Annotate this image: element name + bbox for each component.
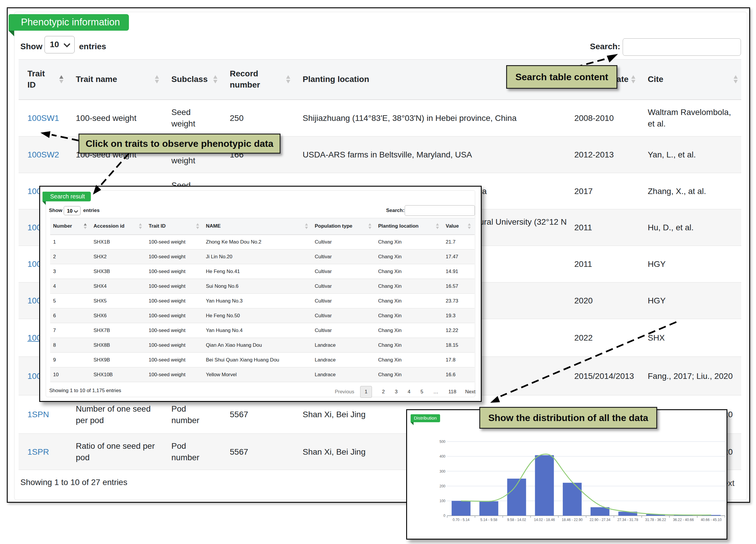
svg-text:100: 100 xyxy=(440,499,445,503)
svg-text:31.78 - 36.22: 31.78 - 36.22 xyxy=(645,518,666,522)
svg-text:5.14 - 9.58: 5.14 - 9.58 xyxy=(481,518,498,522)
svg-text:14.02 - 18.46: 14.02 - 18.46 xyxy=(534,518,555,522)
svg-text:400: 400 xyxy=(440,454,445,458)
svg-text:40.66 - 45.10: 40.66 - 45.10 xyxy=(701,518,722,522)
svg-text:27.34 - 31.78: 27.34 - 31.78 xyxy=(617,518,638,522)
svg-text:500: 500 xyxy=(440,440,445,444)
svg-text:18.46 - 22.90: 18.46 - 22.90 xyxy=(562,518,583,522)
svg-text:300: 300 xyxy=(440,469,445,473)
svg-text:0.70 - 5.14: 0.70 - 5.14 xyxy=(452,518,470,522)
svg-text:22.90 - 27.34: 22.90 - 27.34 xyxy=(590,518,611,522)
svg-text:200: 200 xyxy=(440,484,445,488)
svg-text:9.58 - 14.02: 9.58 - 14.02 xyxy=(507,518,526,522)
svg-text:0: 0 xyxy=(443,514,445,518)
svg-text:36.22 - 40.66: 36.22 - 40.66 xyxy=(673,518,694,522)
